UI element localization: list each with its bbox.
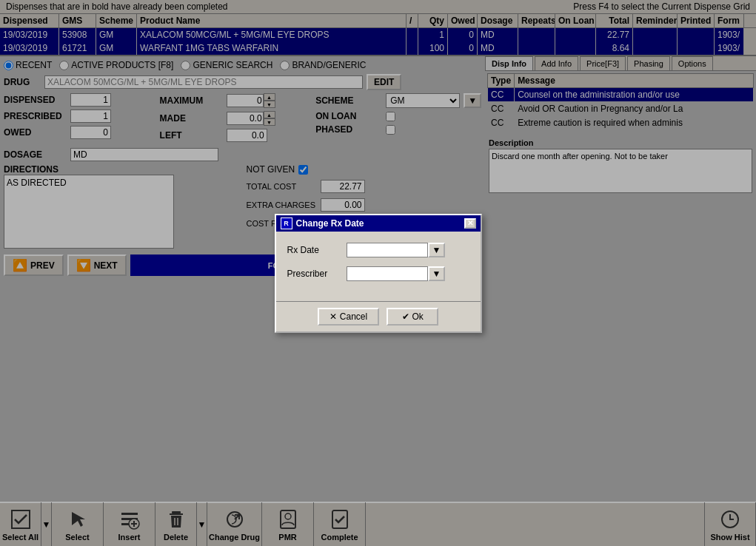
prescriber-dropdown-btn[interactable]: ▼ [428, 266, 446, 281]
dialog-titlebar: R Change Rx Date ✕ [276, 215, 481, 232]
rx-date-input[interactable] [347, 243, 428, 257]
ok-button[interactable]: ✔ Ok [387, 308, 438, 326]
prescriber-label: Prescriber [287, 269, 347, 279]
ok-label: Ok [412, 311, 424, 322]
cancel-icon: ✕ [330, 311, 337, 322]
ok-icon: ✔ [402, 311, 409, 322]
prescriber-input[interactable] [347, 266, 428, 281]
dialog-title-icon: R [281, 218, 292, 229]
dialog-footer: ✕ Cancel ✔ Ok [276, 301, 481, 331]
change-rx-date-dialog: R Change Rx Date ✕ Rx Date ▼ Prescriber … [275, 214, 482, 333]
prescriber-combo: ▼ [347, 266, 446, 281]
rx-date-field: Rx Date ▼ [287, 243, 469, 257]
cancel-label: Cancel [340, 311, 367, 322]
cancel-button[interactable]: ✕ Cancel [318, 308, 379, 326]
rx-date-dropdown-btn[interactable]: ▼ [428, 243, 446, 257]
prescriber-field: Prescriber ▼ [287, 266, 469, 281]
dialog-close-button[interactable]: ✕ [464, 218, 476, 229]
dialog-overlay: R Change Rx Date ✕ Rx Date ▼ Prescriber … [0, 0, 756, 546]
rx-date-label: Rx Date [287, 245, 347, 255]
rx-date-combo: ▼ [347, 243, 446, 257]
dialog-title: Change Rx Date [296, 218, 364, 229]
dialog-body: Rx Date ▼ Prescriber ▼ [276, 232, 481, 301]
